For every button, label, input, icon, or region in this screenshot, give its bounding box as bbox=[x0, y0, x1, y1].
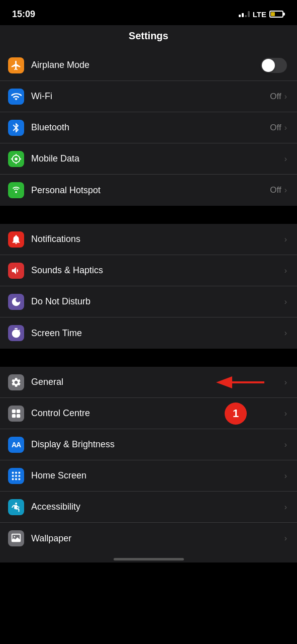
page-title: Settings bbox=[0, 25, 297, 50]
wifi-chevron: › bbox=[284, 92, 287, 101]
svg-point-16 bbox=[15, 502, 17, 504]
bluetooth-chevron: › bbox=[284, 123, 287, 132]
screen-time-chevron: › bbox=[284, 329, 287, 338]
airplane-mode-row[interactable]: Airplane Mode bbox=[0, 50, 297, 81]
do-not-disturb-label: Do Not Disturb bbox=[31, 296, 284, 307]
display-brightness-label: Display & Brightness bbox=[31, 439, 284, 450]
notifications-label: Notifications bbox=[31, 234, 284, 245]
notifications-row[interactable]: Notifications › bbox=[0, 224, 297, 255]
bluetooth-label: Bluetooth bbox=[31, 122, 270, 133]
personal-hotspot-icon bbox=[8, 182, 24, 198]
svg-rect-5 bbox=[12, 414, 16, 417]
mobile-data-row[interactable]: Mobile Data › bbox=[0, 143, 297, 175]
do-not-disturb-icon bbox=[8, 294, 24, 310]
svg-point-1 bbox=[16, 191, 17, 193]
wallpaper-chevron: › bbox=[284, 534, 287, 543]
svg-rect-9 bbox=[19, 471, 21, 473]
wallpaper-icon bbox=[8, 530, 24, 546]
mobile-data-label: Mobile Data bbox=[31, 153, 284, 164]
signal-bar-2 bbox=[242, 13, 244, 17]
screen-time-label: Screen Time bbox=[31, 328, 284, 339]
battery-tip bbox=[283, 13, 285, 16]
home-screen-icon bbox=[8, 468, 24, 484]
airplane-mode-icon bbox=[8, 57, 24, 73]
home-screen-row[interactable]: Home Screen › bbox=[0, 460, 297, 492]
personal-hotspot-value: Off bbox=[270, 185, 281, 195]
accessibility-row[interactable]: Accessibility › bbox=[0, 492, 297, 523]
display-brightness-icon: AA bbox=[8, 437, 24, 453]
battery-fill bbox=[271, 12, 275, 16]
airplane-mode-toggle[interactable] bbox=[261, 58, 287, 73]
control-centre-row[interactable]: Control Centre › 1 bbox=[0, 398, 297, 429]
mobile-data-icon bbox=[8, 151, 24, 167]
connectivity-group: Airplane Mode Wi-Fi Off › Bluetooth Off … bbox=[0, 50, 297, 206]
svg-point-17 bbox=[14, 536, 15, 537]
signal-bar-3 bbox=[245, 15, 247, 17]
status-bar: 15:09 LTE bbox=[0, 0, 297, 25]
system-group: Notifications › Sounds & Haptics › Do No… bbox=[0, 224, 297, 349]
svg-rect-7 bbox=[12, 471, 14, 473]
wallpaper-row[interactable]: Wallpaper › bbox=[0, 523, 297, 554]
wifi-value: Off bbox=[270, 92, 281, 102]
general-chevron: › bbox=[284, 378, 287, 387]
bluetooth-value: Off bbox=[270, 123, 281, 133]
svg-rect-6 bbox=[17, 414, 20, 417]
home-screen-chevron: › bbox=[284, 471, 287, 480]
svg-rect-13 bbox=[12, 478, 14, 480]
notifications-icon bbox=[8, 231, 24, 248]
display-brightness-row[interactable]: AA Display & Brightness › bbox=[0, 429, 297, 460]
wifi-row[interactable]: Wi-Fi Off › bbox=[0, 81, 297, 112]
bluetooth-row[interactable]: Bluetooth Off › bbox=[0, 112, 297, 143]
control-centre-icon bbox=[8, 406, 24, 422]
gap-2 bbox=[0, 349, 297, 367]
wallpaper-label: Wallpaper bbox=[31, 533, 284, 544]
accessibility-chevron: › bbox=[284, 503, 287, 512]
sounds-haptics-label: Sounds & Haptics bbox=[31, 265, 284, 276]
svg-rect-3 bbox=[12, 409, 16, 413]
personal-hotspot-label: Personal Hotspot bbox=[31, 185, 270, 196]
sounds-haptics-chevron: › bbox=[284, 266, 287, 275]
battery bbox=[269, 11, 285, 18]
sounds-haptics-icon bbox=[8, 263, 24, 279]
svg-rect-12 bbox=[19, 475, 21, 477]
accessibility-label: Accessibility bbox=[31, 502, 284, 512]
accessibility-icon bbox=[8, 499, 24, 515]
personal-hotspot-row[interactable]: Personal Hotspot Off › bbox=[0, 175, 297, 206]
wifi-label: Wi-Fi bbox=[31, 91, 270, 102]
svg-rect-10 bbox=[12, 475, 14, 477]
scroll-indicator bbox=[0, 554, 297, 562]
do-not-disturb-row[interactable]: Do Not Disturb › bbox=[0, 286, 297, 317]
control-centre-chevron: › bbox=[284, 409, 287, 418]
scroll-bar bbox=[114, 558, 184, 560]
gap-1 bbox=[0, 206, 297, 224]
do-not-disturb-chevron: › bbox=[284, 297, 287, 306]
sounds-haptics-row[interactable]: Sounds & Haptics › bbox=[0, 255, 297, 286]
personal-hotspot-chevron: › bbox=[284, 186, 287, 195]
status-time: 15:09 bbox=[12, 9, 35, 20]
status-right: LTE bbox=[239, 10, 285, 19]
wifi-icon bbox=[8, 89, 24, 105]
signal-bar-1 bbox=[239, 15, 241, 17]
battery-body bbox=[269, 11, 283, 18]
general-icon bbox=[8, 374, 24, 390]
signal-bars bbox=[239, 11, 250, 17]
bluetooth-icon bbox=[8, 120, 24, 136]
notifications-chevron: › bbox=[284, 235, 287, 244]
svg-rect-14 bbox=[15, 478, 17, 480]
svg-rect-8 bbox=[15, 471, 17, 473]
annotation-badge: 1 bbox=[225, 403, 247, 425]
signal-bar-4 bbox=[248, 11, 250, 17]
svg-rect-4 bbox=[17, 409, 20, 413]
airplane-mode-toggle-thumb bbox=[262, 59, 275, 72]
lte-label: LTE bbox=[253, 10, 266, 19]
display-brightness-chevron: › bbox=[284, 440, 287, 449]
airplane-mode-label: Airplane Mode bbox=[31, 60, 261, 70]
screen-time-row[interactable]: Screen Time › bbox=[0, 317, 297, 349]
svg-rect-11 bbox=[15, 475, 17, 477]
general-group: General › Control Centre › 1 bbox=[0, 367, 297, 554]
svg-point-0 bbox=[15, 157, 18, 160]
mobile-data-chevron: › bbox=[284, 154, 287, 164]
home-screen-label: Home Screen bbox=[31, 470, 284, 481]
general-row[interactable]: General › bbox=[0, 367, 297, 398]
screen-time-icon bbox=[8, 325, 24, 341]
